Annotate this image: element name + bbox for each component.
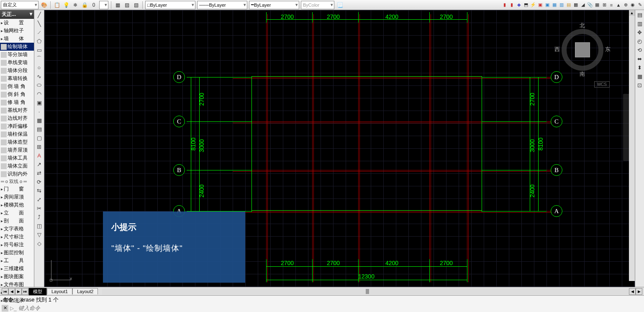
lock-icon[interactable]: 🔒 (81, 1, 88, 9)
viewcube[interactable]: 北 南 东 西 (555, 23, 610, 77)
tool-20-icon[interactable]: ✎ (636, 2, 643, 8)
freeze-icon[interactable]: ❄ (72, 1, 79, 9)
vertical-scrollbar[interactable]: ▲ (629, 10, 635, 281)
rtool-4-icon[interactable]: ◴ (636, 37, 644, 45)
tool-18-icon[interactable]: ⊕ (622, 2, 629, 8)
menu-item[interactable]: ═ o 双线 o ═ (0, 178, 34, 185)
mod-1-icon[interactable]: ↗ (36, 160, 43, 168)
menu-item[interactable]: 墙柱保温 (0, 130, 34, 138)
circle-icon[interactable]: ○ (36, 64, 43, 71)
viewcube-north[interactable]: 北 (580, 22, 585, 29)
layer-dropdown[interactable]: □ ByLayer (145, 1, 195, 9)
menu-item[interactable]: 图层控制 (0, 249, 34, 257)
menu-item[interactable]: 墙齐屋顶 (0, 146, 34, 154)
viewcube-west[interactable]: 西 (554, 46, 560, 53)
pline-icon[interactable]: ⟋ (36, 28, 43, 36)
tab-first-icon[interactable]: ⏮ (2, 288, 8, 295)
mod-2-icon[interactable]: ⇄ (36, 169, 43, 177)
scroll-right-icon[interactable]: ▶ (636, 288, 642, 295)
layer-tool-2-icon[interactable]: ▨ (123, 1, 131, 9)
layer-state-icon[interactable]: 📋 (53, 1, 61, 9)
mod-5-icon[interactable]: ⤢ (36, 196, 43, 203)
rtool-5-icon[interactable]: ⟲ (636, 46, 644, 54)
layer-tool-1-icon[interactable]: ▦ (114, 1, 121, 9)
color-dropdown[interactable]: ByColor (301, 1, 334, 9)
line-icon[interactable]: ╱ (36, 11, 43, 18)
tool-5-icon[interactable]: ⚡ (530, 2, 536, 8)
menu-item[interactable]: 墙 体 (0, 35, 34, 43)
arc-icon[interactable]: ⌒ (36, 55, 43, 62)
drawing-canvas[interactable]: 2700270042002700270027004200270012300270… (44, 10, 635, 287)
ellipse-icon[interactable]: ⬭ (36, 81, 43, 89)
viewcube-east[interactable]: 东 (605, 46, 611, 53)
blue-tool-icon[interactable]: ◆ (516, 2, 522, 8)
red-tool-2-icon[interactable]: ▮ (508, 2, 515, 8)
menu-item[interactable]: 文字表格 (0, 225, 34, 233)
tool-6-icon[interactable]: ▣ (537, 2, 544, 8)
tool-12-icon[interactable]: ◢ (580, 2, 586, 8)
tab-model[interactable]: 模型 (28, 288, 47, 295)
command-input[interactable] (18, 305, 642, 311)
tool-19-icon[interactable]: ◉ (629, 2, 636, 8)
mod-10-icon[interactable]: ◇ (36, 240, 43, 247)
mod-6-icon[interactable]: ✂ (36, 204, 43, 212)
bulb-icon[interactable]: 💡 (62, 1, 70, 9)
palette-icon[interactable]: 🎨 (40, 1, 48, 9)
tool-8-icon[interactable]: ▦ (551, 2, 558, 8)
rtool-7-icon[interactable]: ⬍ (636, 64, 644, 71)
tool-15-icon[interactable]: ⊞ (601, 2, 608, 8)
menu-item[interactable]: 识别内外 (0, 170, 34, 178)
tool-13-icon[interactable]: 📎 (587, 2, 593, 8)
menu-item[interactable]: 幕墙转换 (0, 75, 34, 83)
menu-item[interactable]: 尺寸标注 (0, 233, 34, 241)
menu-item[interactable]: 墙体分段 (0, 67, 34, 75)
layer-tool-3-icon[interactable]: ▧ (132, 1, 140, 9)
menu-item[interactable]: 墙体工具 (0, 154, 34, 162)
hatch-icon[interactable]: ▦ (36, 116, 43, 124)
menu-item[interactable]: 基线对齐 (0, 106, 34, 114)
menu-item[interactable]: 楼梯其他 (0, 201, 34, 209)
menu-item[interactable]: 修 墙 角 (0, 98, 34, 106)
tab-last-icon[interactable]: ⏭ (22, 288, 28, 295)
menu-item[interactable]: 剖 面 (0, 217, 34, 225)
block-icon[interactable]: ▣ (36, 99, 43, 106)
menu-item[interactable]: 轴网柱子 (0, 27, 34, 35)
tool-14-icon[interactable]: ▦ (594, 2, 600, 8)
tool-17-icon[interactable]: ▲ (615, 2, 622, 8)
tool-10-icon[interactable]: ▤ (565, 2, 572, 8)
rtool-8-icon[interactable]: ▦ (636, 72, 644, 80)
red-tool-icon[interactable]: ▮ (501, 2, 508, 8)
menu-item[interactable]: 房间屋顶 (0, 193, 34, 201)
menu-item[interactable]: 净距偏移 (0, 122, 34, 130)
menu-item[interactable]: 图块图案 (0, 273, 34, 281)
menu-item[interactable]: 绘制墙体 (0, 43, 34, 51)
layer-mini-dropdown[interactable] (99, 1, 108, 9)
horizontal-scrollbar[interactable] (102, 289, 629, 294)
tool-11-icon[interactable]: ▩ (572, 2, 579, 8)
rtool-3-icon[interactable]: ✥ (636, 28, 644, 36)
mod-8-icon[interactable]: ◫ (36, 222, 43, 229)
text-icon[interactable]: A (36, 152, 43, 159)
viewcube-south[interactable]: 南 (580, 70, 585, 78)
panel-collapse-icon[interactable]: ▾ (30, 11, 32, 18)
ellipse-arc-icon[interactable]: ◠ (36, 90, 43, 98)
tool-7-icon[interactable]: ▣ (544, 2, 551, 8)
menu-item[interactable]: 立 面 (0, 209, 34, 217)
scroll-up-icon[interactable]: ▲ (629, 10, 635, 16)
tool-9-icon[interactable]: ▥ (558, 2, 565, 8)
list-icon[interactable]: 📃 (336, 1, 344, 9)
menu-item[interactable]: 边线对齐 (0, 114, 34, 122)
mod-7-icon[interactable]: ⤴ (36, 213, 43, 221)
polygon-icon[interactable]: ⬠ (36, 37, 43, 45)
menu-item[interactable]: 门 窗 (0, 185, 34, 193)
rtool-6-icon[interactable]: ⬌ (636, 55, 644, 62)
tab-layout1[interactable]: Layout1 (47, 288, 72, 294)
spline-icon[interactable]: ∿ (36, 72, 43, 80)
mod-9-icon[interactable]: ▽ (36, 231, 43, 238)
menu-item[interactable]: 三维建模 (0, 265, 34, 273)
menu-item[interactable]: 墙体立面 (0, 162, 34, 170)
rtool-9-icon[interactable]: ⊡ (636, 81, 644, 89)
menu-item[interactable]: 符号标注 (0, 241, 34, 249)
rect-icon[interactable]: ▭ (36, 46, 43, 54)
gradient-icon[interactable]: ▤ (36, 125, 43, 133)
